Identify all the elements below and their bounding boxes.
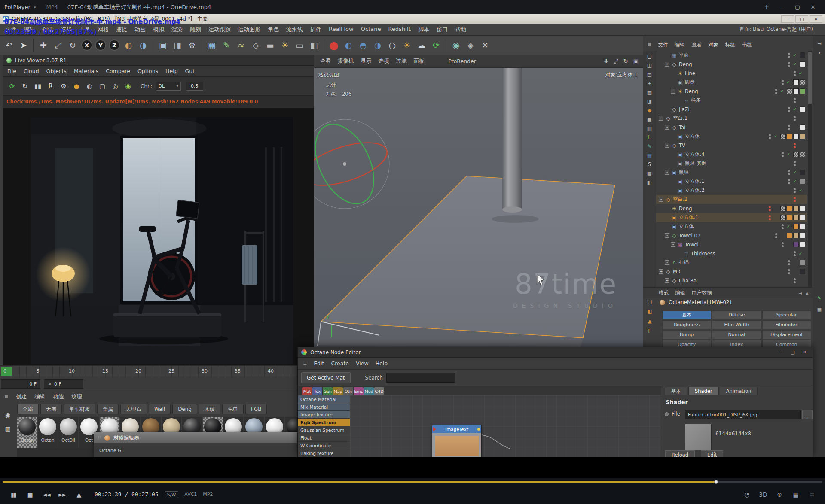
menu-item[interactable]: 创建 <box>16 393 27 401</box>
viewport-canvas[interactable]: 透视视图 总计 对象206 对象:立方体.1 87time DESIGN STU… <box>314 68 645 347</box>
material-node-icon[interactable]: ◉ <box>449 37 463 53</box>
pause-render-icon[interactable]: ▮▮ <box>32 81 43 92</box>
material-tag-thumb[interactable] <box>800 124 805 130</box>
menu-item[interactable]: View <box>356 360 369 367</box>
menu-item[interactable]: 运动图形 <box>238 26 260 33</box>
object-row[interactable]: ▦ 平面 ✓ <box>656 51 807 60</box>
material-tag-thumb[interactable] <box>793 88 799 94</box>
attribute-tab[interactable]: 编辑 <box>675 289 685 297</box>
menu-item[interactable]: 雕刻 <box>190 26 201 33</box>
menu-item[interactable]: 帮助 <box>455 26 466 33</box>
channel-tab[interactable]: Displacement <box>762 330 811 339</box>
menu-item[interactable]: 对象 <box>708 41 718 49</box>
material-tag-thumb[interactable] <box>780 134 786 139</box>
property-tab[interactable]: Shader <box>688 387 719 395</box>
close-button[interactable]: ✕ <box>805 0 821 14</box>
potplayer-titlebar[interactable]: PotPlayer ▾ MP4 07E-04动感单车场景灯光制作-中.mp4 -… <box>0 0 825 14</box>
menu-item[interactable]: RealFlow <box>329 26 354 33</box>
object-row[interactable]: + ◇ Cha-Ba <box>656 276 807 285</box>
material-tag-thumb[interactable] <box>800 224 805 229</box>
material-item[interactable]: OctDil <box>58 417 78 448</box>
half-icon[interactable]: ◨ <box>647 98 652 104</box>
tag-thumbs[interactable] <box>793 152 805 157</box>
node-editor-titlebar[interactable]: Octane Node Editor ─▢✕ <box>298 347 813 358</box>
add-cube-icon[interactable]: ▦ <box>205 37 219 53</box>
enabled-mark[interactable]: ✓ <box>792 107 798 112</box>
playhead-marker[interactable] <box>1 367 12 376</box>
tag-thumbs[interactable] <box>800 260 805 265</box>
cloud-icon[interactable]: ☁ <box>414 37 429 53</box>
property-tab[interactable]: 基本 <box>665 387 688 395</box>
pen-tool-icon[interactable]: ✎ <box>813 293 825 303</box>
zoom-icon[interactable]: ⊕ <box>772 487 787 502</box>
expand-toggle[interactable]: + <box>665 62 669 67</box>
stop-button[interactable]: ■ <box>21 487 38 502</box>
visibility-dots[interactable] <box>788 170 790 175</box>
menu-item[interactable]: 窗口 <box>437 26 448 33</box>
menu-item[interactable]: 功能 <box>53 393 64 401</box>
material-tag-thumb[interactable] <box>800 61 805 67</box>
maximize-button[interactable]: ▢ <box>795 15 808 23</box>
viewport-menu-item[interactable]: 面板 <box>414 58 425 65</box>
object-row[interactable]: ▣ 立方体.1 <box>656 213 807 222</box>
pin-icon[interactable]: ✛ <box>759 0 774 14</box>
maximize-view-icon[interactable]: ▣ <box>633 58 639 65</box>
material-tag-thumb[interactable] <box>787 134 792 139</box>
select-tool-icon[interactable]: ➤ <box>16 37 31 53</box>
menu-item[interactable]: 书签 <box>742 41 752 49</box>
live-viewer-titlebar[interactable]: Live Viewer 3.07-R1 <box>3 55 314 66</box>
material-ball-icon[interactable]: ◐ <box>84 81 95 92</box>
node-graph[interactable]: ImageText <box>350 395 661 457</box>
orange-tri-icon[interactable]: ▲ <box>648 318 651 324</box>
material-tag-thumb[interactable] <box>780 206 786 211</box>
maximize-button[interactable]: ▢ <box>790 0 805 14</box>
enabled-mark[interactable]: ✓ <box>798 71 803 76</box>
floor-icon[interactable]: ▬ <box>263 37 278 53</box>
panel-grip-icon[interactable]: ≣ <box>303 361 307 366</box>
texture-thumbnail[interactable] <box>685 424 712 450</box>
diamond-icon[interactable]: ◆ <box>648 107 651 113</box>
node-category-tab[interactable]: Gen <box>323 387 333 395</box>
object-row[interactable]: ▣ 立方体.4 ✓ <box>656 150 807 159</box>
pause-button[interactable]: ▮▮ <box>5 487 21 502</box>
sync-icon[interactable]: ⟳ <box>6 81 18 92</box>
visibility-dots[interactable] <box>788 107 790 112</box>
menu-item[interactable]: 编辑 <box>34 393 45 401</box>
menu-item[interactable]: 模拟 <box>153 26 164 33</box>
tag-thumbs[interactable] <box>800 61 805 67</box>
z-axis-lock-icon[interactable]: Z <box>109 39 120 51</box>
expand-toggle[interactable]: + <box>665 278 669 283</box>
tag-thumbs[interactable] <box>800 106 805 112</box>
expand-toggle[interactable]: - <box>671 89 675 94</box>
material-category-tab[interactable]: Wall <box>149 404 171 414</box>
tag-thumbs[interactable] <box>800 52 805 58</box>
expand-toggle[interactable]: - <box>665 233 669 238</box>
basic-page-icon[interactable]: ▢ <box>647 298 652 304</box>
visibility-dots[interactable] <box>782 224 784 229</box>
visibility-dots[interactable] <box>794 188 796 193</box>
menu-icon[interactable]: ▾ <box>813 48 825 57</box>
octane-render-icon[interactable]: ● <box>327 37 341 53</box>
layers-icon[interactable]: ▤ <box>647 71 652 77</box>
material-tag-thumb[interactable] <box>793 224 799 229</box>
menu-item[interactable]: 运动跟踪 <box>208 26 231 33</box>
expand-toggle[interactable]: - <box>671 242 675 247</box>
seek-knob[interactable] <box>714 480 718 484</box>
shading-b-icon[interactable]: ◓ <box>356 37 370 53</box>
visibility-dots[interactable] <box>794 116 796 121</box>
shading-a-icon[interactable]: ◐ <box>341 37 356 53</box>
x-axis-lock-icon[interactable]: X <box>81 39 92 51</box>
tag-thumbs[interactable] <box>800 124 805 130</box>
material-category-tab[interactable]: 无层 <box>40 404 62 414</box>
reload-button[interactable]: Reload <box>665 450 695 457</box>
minimize-button[interactable]: ─ <box>780 349 783 355</box>
timeline-ruler[interactable]: 0510152025303540 <box>0 365 314 377</box>
menu-item[interactable]: Objects <box>46 68 67 74</box>
scrollbar-thumb[interactable] <box>808 52 812 104</box>
menu-item[interactable]: Help <box>165 68 178 74</box>
channel-tab[interactable]: Diffuse <box>712 310 761 319</box>
zoom-view-icon[interactable]: ⤢ <box>614 58 618 65</box>
s-badge-icon[interactable]: S <box>648 161 651 167</box>
menu-item[interactable]: 查看 <box>691 41 702 49</box>
material-tag-thumb[interactable] <box>780 215 786 220</box>
